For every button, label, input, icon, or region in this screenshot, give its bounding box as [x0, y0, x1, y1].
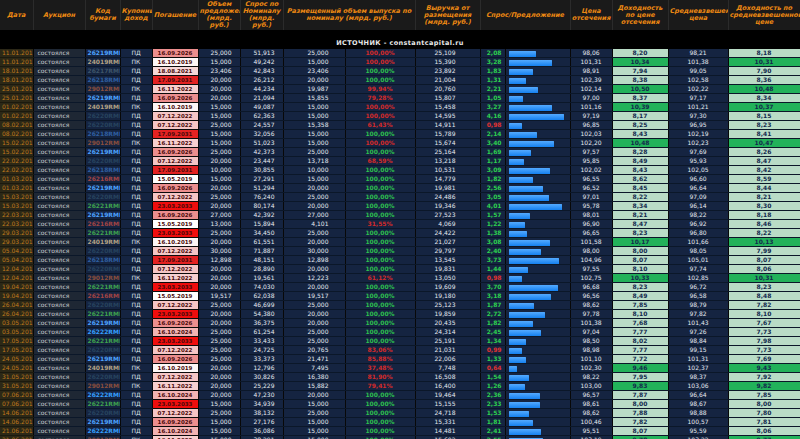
- bid-to-cover-cell: 1,82: [480, 175, 505, 184]
- security-code-cell: 26219RMFS: [85, 184, 120, 193]
- table-row: 25.01.2017состоялся26219RMFSПД16.09.2026…: [0, 94, 800, 103]
- date-cell: 08.02.2017: [0, 121, 33, 130]
- bid-to-cover-cell: 3,40: [480, 139, 505, 148]
- revenue-cell: 27,523: [415, 211, 480, 220]
- cutoff-yield-cell: 8,02: [612, 337, 668, 346]
- date-cell: 18.01.2017: [0, 76, 33, 85]
- avg-price-cell: 99,15: [668, 346, 728, 355]
- cutoff-yield-cell: 8,22: [612, 193, 668, 202]
- demand-cell: 62,363: [240, 112, 283, 121]
- table-row: 15.03.2017состоялся26220RMFSПД07.12.2022…: [0, 193, 800, 202]
- placed-pct-cell: 100,00%: [345, 409, 415, 418]
- placed-volume-cell: 19,987: [283, 85, 345, 94]
- avg-yield-cell: 10,31: [728, 274, 800, 283]
- cutoff-price-cell: 97,78: [570, 310, 612, 319]
- offer-volume-cell: 25,000: [198, 355, 240, 364]
- bid-to-cover-cell: 0,99: [480, 346, 505, 355]
- demand-cell: 49,087: [240, 103, 283, 112]
- revenue-cell: 24,422: [415, 229, 480, 238]
- coupon-type-cell: ПД: [120, 265, 152, 274]
- bid-to-cover-bar: [509, 69, 534, 75]
- auction-status-cell: состоялся: [33, 409, 85, 418]
- revenue-cell: 29,797: [415, 247, 480, 256]
- table-row: 05.04.2017состоялся26220RMFSПД07.12.2022…: [0, 247, 800, 256]
- maturity-cell: 23.03.2033: [152, 283, 198, 292]
- avg-yield-cell: 10,47: [728, 139, 800, 148]
- offer-volume-cell: 25,000: [198, 148, 240, 157]
- placed-volume-cell: 15,000: [283, 175, 345, 184]
- bid-to-cover-cell: 1,38: [480, 229, 505, 238]
- cutoff-yield-cell: 9,83: [612, 382, 668, 391]
- avg-yield-cell: 8,46: [728, 220, 800, 229]
- offer-volume-cell: 20,000: [198, 364, 240, 373]
- coupon-type-cell: ПД: [120, 184, 152, 193]
- table-row: 22.02.2017состоялся26218RMFSПД17.09.2031…: [0, 166, 800, 175]
- cutoff-price-cell: 102,14: [570, 85, 612, 94]
- bid-to-cover-bar-cell: [505, 310, 570, 319]
- revenue-cell: 19,346: [415, 202, 480, 211]
- coupon-type-cell: ПД: [120, 319, 152, 328]
- bid-to-cover-bar: [509, 348, 522, 354]
- coupon-type-cell: ПД: [120, 229, 152, 238]
- maturity-cell: 18.08.2021: [152, 67, 198, 76]
- avg-price-cell: 96,72: [668, 283, 728, 292]
- maturity-cell: 07.12.2022: [152, 112, 198, 121]
- table-row: 03.05.2017состоялся26222RMFSПД16.10.2024…: [0, 328, 800, 337]
- bid-to-cover-bar-cell: [505, 427, 570, 436]
- auction-status-cell: состоялся: [33, 184, 85, 193]
- auction-status-cell: состоялся: [33, 301, 85, 310]
- demand-cell: 24,557: [240, 121, 283, 130]
- offer-volume-cell: 20,000: [198, 391, 240, 400]
- date-cell: 15.02.2017: [0, 148, 33, 157]
- placed-volume-cell: 15,000: [283, 58, 345, 67]
- table-row: 24.05.2017состоялся24019RMFSПК16.10.2019…: [0, 364, 800, 373]
- table-row: 11.01.2017состоялся26219RMFSПД16.09.2026…: [0, 49, 800, 58]
- date-cell: 19.04.2017: [0, 292, 33, 301]
- cutoff-yield-cell: 8,28: [612, 148, 668, 157]
- cutoff-yield-cell: 10,34: [612, 58, 668, 67]
- cutoff-price-cell: 97,00: [570, 94, 612, 103]
- security-code-cell: 29012RMFS: [85, 85, 120, 94]
- placed-volume-cell: 20,000: [283, 76, 345, 85]
- offer-volume-cell: 20,000: [198, 274, 240, 283]
- table-row: 22.03.2017состоялся26216RMFSПД15.05.2019…: [0, 220, 800, 229]
- bid-to-cover-cell: 3,09: [480, 166, 505, 175]
- avg-price-cell: 102,23: [668, 139, 728, 148]
- demand-cell: 61,551: [240, 238, 283, 247]
- placed-pct-cell: 100,00%: [345, 184, 415, 193]
- auction-status-cell: состоялся: [33, 112, 85, 121]
- revenue-cell: 20,435: [415, 319, 480, 328]
- cutoff-price-cell: 96,65: [570, 229, 612, 238]
- bid-to-cover-bar: [509, 285, 559, 291]
- offer-volume-cell: 15,000: [198, 58, 240, 67]
- security-code-cell: 26218RMFS: [85, 130, 120, 139]
- date-cell: 14.06.2017: [0, 418, 33, 427]
- auction-status-cell: состоялся: [33, 373, 85, 382]
- cutoff-price-cell: 101,16: [570, 103, 612, 112]
- cutoff-price-cell: 102,02: [570, 166, 612, 175]
- revenue-cell: 19,859: [415, 310, 480, 319]
- table-row: 08.02.2017состоялся26218RMFSПД17.09.2031…: [0, 130, 800, 139]
- avg-yield-cell: 7,82: [728, 301, 800, 310]
- offer-volume-cell: 15,000: [198, 112, 240, 121]
- cutoff-price-cell: 98,62: [570, 301, 612, 310]
- date-cell: 17.05.2017: [0, 337, 33, 346]
- offer-volume-cell: 20,000: [198, 202, 240, 211]
- demand-cell: 42,392: [240, 211, 283, 220]
- placed-pct-cell: 100,00%: [345, 292, 415, 301]
- avg-price-cell: 97,30: [668, 112, 728, 121]
- coupon-type-cell: ПК: [120, 274, 152, 283]
- offer-volume-cell: 20,000: [198, 283, 240, 292]
- demand-cell: 25,229: [240, 382, 283, 391]
- auction-status-cell: состоялся: [33, 265, 85, 274]
- placed-pct-cell: 31,55%: [345, 220, 415, 229]
- avg-price-cell: 102,58: [668, 76, 728, 85]
- cutoff-price-cell: 97,04: [570, 328, 612, 337]
- placed-volume-cell: 20,000: [283, 319, 345, 328]
- coupon-type-cell: ПД: [120, 121, 152, 130]
- avg-yield-cell: 8,07: [728, 256, 800, 265]
- auction-status-cell: состоялся: [33, 67, 85, 76]
- offer-volume-cell: 20,000: [198, 76, 240, 85]
- auction-status-cell: состоялся: [33, 355, 85, 364]
- offer-volume-cell: 15,000: [198, 400, 240, 409]
